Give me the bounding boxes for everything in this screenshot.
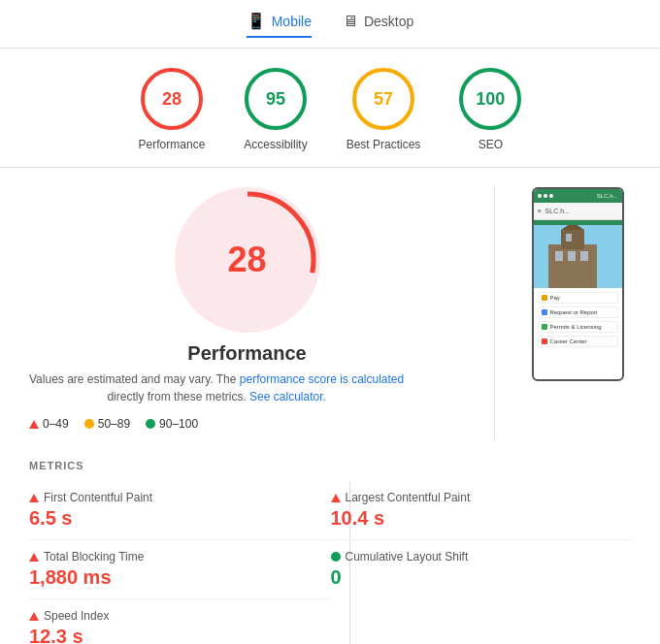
metrics-grid: First Contentful Paint 6.5 s Total Block… [29, 481, 631, 644]
metric-fcp-label-row: First Contentful Paint [29, 491, 322, 504]
scores-row: 28 Performance 95 Accessibility 57 Best … [0, 48, 660, 168]
metrics-right-col: Largest Contentful Paint 10.4 s Cumulati… [331, 481, 632, 644]
metric-tbt: Total Blocking Time 1,880 ms [29, 540, 330, 599]
perf-desc: Values are estimated and may vary. The p… [29, 370, 404, 405]
metrics-left-col: First Contentful Paint 6.5 s Total Block… [29, 481, 330, 644]
phone-dot-3 [549, 194, 553, 198]
score-best-practices[interactable]: 57 Best Practices [346, 68, 421, 151]
phone-dot-2 [544, 194, 547, 198]
legend-50-89: 50–89 [84, 417, 130, 431]
legend-range-2: 90–100 [159, 417, 198, 431]
left-panel: 28 Performance Values are estimated and … [29, 187, 465, 440]
metric-cls: Cumulative Layout Shift 0 [331, 540, 632, 598]
phone-image-area [534, 220, 622, 288]
metric-si-value: 12.3 s [29, 626, 322, 644]
metric-fcp-value: 6.5 s [29, 507, 322, 530]
score-circle-accessibility: 95 [245, 68, 307, 130]
metric-si: Speed Index 12.3 s [29, 599, 330, 644]
metric-lcp-label-row: Largest Contentful Paint [331, 491, 624, 504]
metric-lcp-label: Largest Contentful Paint [346, 491, 471, 504]
phone-menu-item-1: Request or Report [538, 306, 618, 318]
metric-tbt-label-row: Total Blocking Time [29, 550, 322, 564]
legend-green-dot [146, 419, 155, 429]
desc-mid: directly from these metrics. [107, 390, 246, 403]
desktop-icon: 🖥 [343, 13, 358, 30]
metric-cls-icon [331, 552, 341, 562]
phone-image-svg [534, 220, 622, 288]
phone-menu-item-0: Pay [538, 292, 618, 304]
phone-menu-icon-pay [542, 295, 547, 301]
metrics-header: METRICS [29, 460, 631, 471]
score-label-accessibility: Accessibility [244, 138, 307, 151]
tabs-bar: 📱 Mobile 🖥 Desktop [0, 0, 660, 48]
phone-menu-icon-career [542, 338, 547, 344]
score-performance[interactable]: 28 Performance [139, 68, 206, 151]
score-circle-performance: 28 [141, 68, 203, 130]
big-circle-container: 28 [175, 187, 320, 333]
score-circle-best-practices: 57 [352, 68, 414, 130]
svg-rect-6 [568, 251, 576, 261]
metric-si-icon [29, 612, 39, 621]
score-label-seo: SEO [478, 138, 503, 151]
phone-menu-label-0: Pay [550, 295, 560, 301]
phone-menu-label-2: Permits & Licensing [550, 324, 602, 330]
phone-menu-item-3: Career Center [538, 336, 618, 347]
metric-cls-label-row: Cumulative Layout Shift [331, 550, 624, 564]
svg-rect-2 [548, 244, 597, 288]
score-circle-seo: 100 [459, 68, 521, 130]
tab-mobile[interactable]: 📱 Mobile [247, 12, 312, 38]
phone-url-bar: SLC.h... [545, 208, 570, 214]
score-accessibility[interactable]: 95 Accessibility [244, 68, 307, 151]
score-label-performance: Performance [139, 138, 206, 151]
phone-bar-dots [538, 194, 553, 198]
metric-fcp-label: First Contentful Paint [44, 491, 152, 504]
score-label-best-practices: Best Practices [346, 138, 421, 151]
phone-menu-item-2: Permits & Licensing [538, 321, 618, 333]
metric-fcp-icon [29, 494, 39, 502]
big-score: 28 [227, 240, 266, 280]
vertical-divider [494, 187, 495, 440]
metric-lcp: Largest Contentful Paint 10.4 s [331, 481, 632, 540]
legend-red-triangle [29, 420, 39, 429]
desc-start: Values are estimated and may vary. The [29, 372, 236, 386]
metric-fcp: First Contentful Paint 6.5 s [29, 481, 330, 540]
phone-menu-label-1: Request or Report [550, 309, 598, 315]
legend-90-100: 90–100 [146, 417, 198, 431]
right-panel: SLC.h... ≡ SLC.h... [524, 187, 631, 440]
phone-nav-row: ≡ SLC.h... [534, 203, 622, 220]
tab-desktop[interactable]: 🖥 Desktop [343, 12, 413, 38]
phone-status-bar: SLC.h... [534, 189, 622, 203]
desc-link1[interactable]: performance score is calculated [240, 372, 404, 386]
desc-link2[interactable]: See calculator. [249, 390, 326, 403]
metric-si-label-row: Speed Index [29, 609, 322, 623]
score-seo[interactable]: 100 SEO [459, 68, 521, 151]
perf-title: Performance [29, 342, 465, 365]
metric-tbt-icon [29, 553, 39, 562]
svg-rect-9 [534, 220, 622, 225]
legend-range-1: 50–89 [98, 417, 130, 431]
legend-0-49: 0–49 [29, 417, 69, 431]
phone-menu-icon-permits [542, 324, 547, 330]
svg-rect-8 [566, 234, 572, 242]
svg-rect-3 [561, 230, 584, 249]
main-area: 28 Performance Values are estimated and … [0, 168, 660, 450]
svg-rect-7 [580, 251, 588, 261]
phone-hamburger-icon: ≡ [538, 208, 542, 214]
big-circle-wrap: 28 [29, 187, 465, 333]
metric-lcp-icon [331, 494, 341, 502]
metric-tbt-label: Total Blocking Time [44, 550, 144, 564]
metrics-section: METRICS First Contentful Paint 6.5 s Tot… [0, 450, 660, 644]
svg-rect-5 [555, 251, 563, 261]
metric-tbt-value: 1,880 ms [29, 566, 322, 589]
legend: 0–49 50–89 90–100 [29, 417, 198, 431]
tab-mobile-label: Mobile [272, 14, 312, 29]
phone-menu-icon-report [542, 309, 547, 315]
tab-desktop-label: Desktop [364, 14, 413, 29]
metric-cls-label: Cumulative Layout Shift [346, 550, 469, 564]
mobile-icon: 📱 [247, 12, 266, 30]
legend-orange-dot [84, 419, 94, 429]
metric-si-label: Speed Index [44, 609, 109, 623]
metric-cls-value: 0 [331, 566, 624, 589]
phone-menu: Pay Request or Report Permits & Licensin… [534, 288, 622, 347]
phone-dot-1 [538, 194, 542, 198]
